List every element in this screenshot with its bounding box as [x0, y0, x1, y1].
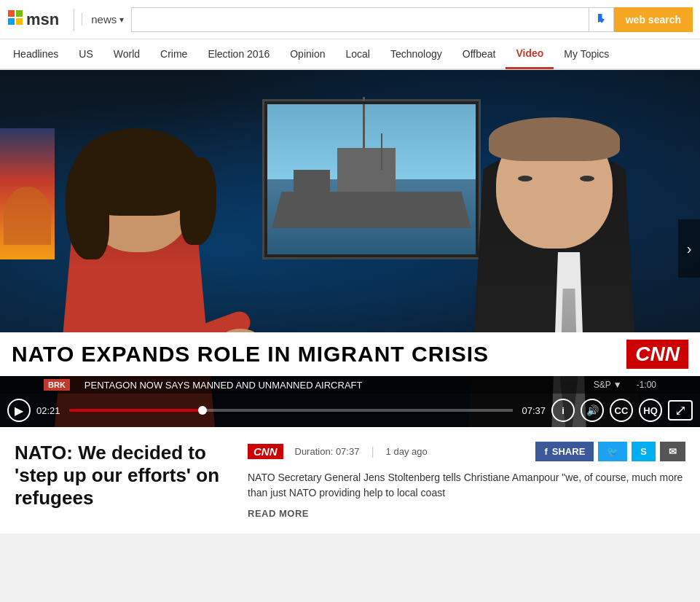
svg-rect-1	[16, 10, 23, 17]
nav-headlines[interactable]: Headlines	[3, 39, 68, 69]
current-time: 02:21	[36, 405, 60, 416]
progress-fill	[69, 409, 202, 412]
time-ago: 1 day ago	[386, 446, 428, 457]
twitter-share-button[interactable]: 🐦	[598, 442, 627, 461]
nav-offbeat[interactable]: Offbeat	[452, 39, 506, 69]
total-time: 07:37	[522, 405, 546, 416]
nav-local[interactable]: Local	[335, 39, 380, 69]
news-dropdown[interactable]: news ▾	[82, 13, 124, 26]
ticker-text: PENTAGON NOW SAYS MANNED AND UNMANNED AI…	[84, 380, 363, 391]
share-row: f SHARE 🐦 S ✉	[535, 442, 685, 461]
nav-bar: Headlines US World Crime Election 2016 O…	[0, 39, 700, 70]
cc-button[interactable]: CC	[610, 399, 633, 422]
article-section: NATO: We decided to 'step up our efforts…	[0, 427, 700, 533]
duration-text: Duration: 07:37	[295, 446, 360, 457]
skype-icon: S	[640, 446, 647, 457]
dropdown-arrow-icon: ▾	[119, 15, 124, 25]
svg-rect-3	[16, 18, 23, 25]
article-title-col: NATO: We decided to 'step up our efforts…	[15, 442, 233, 519]
cnn-logo: CNN	[626, 340, 688, 369]
progress-thumb	[198, 406, 207, 415]
video-controls: ▶ 02:21 07:37 i 🔊 CC HQ ⤢	[0, 394, 700, 427]
fullscreen-button[interactable]: ⤢	[668, 400, 693, 421]
nav-us[interactable]: US	[68, 39, 103, 69]
article-meta-col: CNN Duration: 07:37 | 1 day ago f SHARE …	[248, 442, 685, 519]
email-share-button[interactable]: ✉	[660, 442, 685, 461]
web-search-button[interactable]: web search	[614, 7, 693, 32]
facebook-share-button[interactable]: f SHARE	[535, 442, 594, 461]
share-label: SHARE	[552, 446, 586, 457]
article-title: NATO: We decided to 'step up our efforts…	[15, 442, 233, 510]
svg-rect-0	[8, 10, 15, 17]
article-meta-row: CNN Duration: 07:37 | 1 day ago f SHARE …	[248, 442, 685, 461]
info-button[interactable]: i	[551, 399, 575, 422]
nav-opinion[interactable]: Opinion	[280, 39, 335, 69]
ticker-extra: S&P ▼	[594, 380, 622, 390]
hq-button[interactable]: HQ	[639, 399, 662, 422]
nav-world[interactable]: World	[103, 39, 150, 69]
next-video-arrow[interactable]: ›	[678, 219, 700, 278]
lower-third: NATO EXPANDS ROLE IN MIGRANT CRISIS CNN	[0, 332, 700, 376]
read-more-button[interactable]: READ MORE	[248, 508, 685, 519]
source-badge: CNN	[248, 444, 283, 459]
header: msn news ▾ web search	[0, 0, 700, 39]
news-label: news	[91, 13, 117, 26]
article-body: NATO Secretary General Jens Stoltenberg …	[248, 470, 685, 501]
separator: |	[371, 445, 374, 458]
nav-crime[interactable]: Crime	[150, 39, 197, 69]
duration-label: Duration:	[295, 446, 334, 457]
msn-logo[interactable]: msn	[7, 9, 59, 30]
svg-rect-2	[8, 18, 15, 25]
video-player[interactable]: NATO EXPANDS ROLE IN MIGRANT CRISIS CNN …	[0, 70, 700, 427]
lower-third-text: NATO EXPANDS ROLE IN MIGRANT CRISIS	[12, 342, 489, 367]
nav-election[interactable]: Election 2016	[197, 39, 280, 69]
ticker: BRK PENTAGON NOW SAYS MANNED AND UNMANNE…	[0, 376, 700, 394]
twitter-icon: 🐦	[607, 446, 618, 457]
duration-value: 07:37	[336, 446, 360, 457]
msn-icon	[7, 9, 23, 30]
email-icon: ✉	[669, 446, 677, 457]
skype-share-button[interactable]: S	[632, 442, 656, 461]
ticker-score: -1:00	[637, 380, 656, 390]
nav-my-topics[interactable]: My Topics	[554, 39, 619, 69]
volume-button[interactable]: 🔊	[581, 399, 604, 422]
play-button[interactable]: ▶	[7, 399, 31, 422]
progress-bar[interactable]	[69, 409, 514, 412]
nav-technology[interactable]: Technology	[380, 39, 452, 69]
nav-video[interactable]: Video	[506, 39, 554, 69]
search-input[interactable]	[131, 7, 589, 32]
ticker-source: BRK	[44, 379, 70, 391]
facebook-icon: f	[544, 446, 547, 457]
msn-text: msn	[26, 10, 59, 29]
bing-search-button[interactable]	[589, 7, 614, 32]
